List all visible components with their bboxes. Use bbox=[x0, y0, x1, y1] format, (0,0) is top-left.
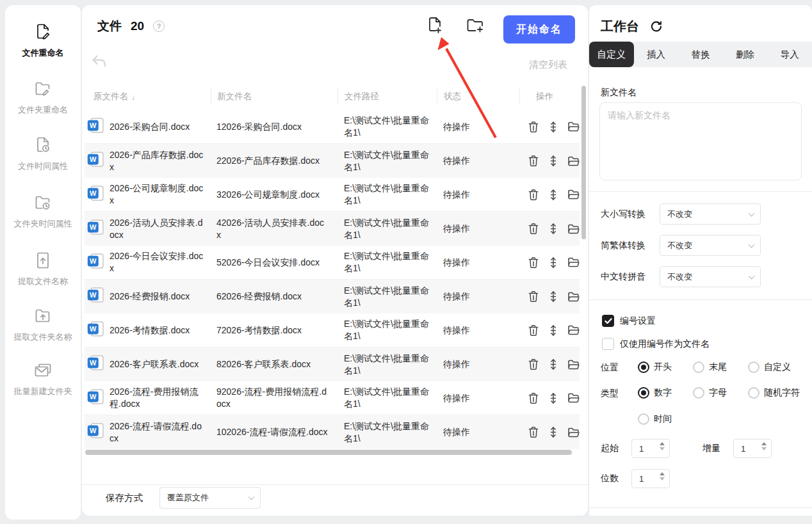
radio-selected-icon[interactable] bbox=[638, 361, 649, 373]
open-folder-icon[interactable] bbox=[567, 121, 580, 132]
open-folder-icon[interactable] bbox=[567, 155, 580, 167]
stepper-icons[interactable] bbox=[660, 442, 665, 450]
save-mode-select[interactable]: 覆盖原文件 bbox=[159, 487, 261, 509]
sidebar-item-extract-file-name[interactable]: 提取文件名称 bbox=[5, 251, 81, 287]
delete-row-icon[interactable] bbox=[528, 223, 539, 235]
sidebar-item-batch-new-folder[interactable]: 批量新建文件夹 bbox=[5, 361, 81, 397]
tab-insert[interactable]: 插入 bbox=[634, 42, 679, 67]
radio-icon[interactable] bbox=[693, 361, 704, 373]
cell-new: 92026-流程-费用报销流程.docx bbox=[211, 381, 337, 415]
open-folder-icon[interactable] bbox=[567, 189, 580, 200]
tab-replace[interactable]: 替换 bbox=[678, 42, 723, 67]
move-row-icon[interactable] bbox=[548, 358, 559, 370]
radio-icon[interactable] bbox=[638, 413, 649, 425]
increment-label: 增量 bbox=[702, 443, 720, 454]
word-file-icon: W bbox=[87, 253, 104, 272]
radio-type-time[interactable]: 时间 bbox=[638, 413, 672, 425]
sort-desc-icon[interactable]: ↓ bbox=[131, 92, 136, 102]
sidebar-item-folder-rename[interactable]: 文件夹重命名 bbox=[5, 80, 81, 116]
radio-icon[interactable] bbox=[748, 387, 759, 399]
delete-row-icon[interactable] bbox=[528, 290, 539, 303]
radio-selected-icon[interactable] bbox=[638, 387, 649, 399]
move-row-icon[interactable] bbox=[548, 324, 559, 337]
cell-new: 72026-考情数据.docx bbox=[211, 314, 337, 347]
open-folder-icon[interactable] bbox=[567, 291, 580, 303]
radio-type-number[interactable]: 数字 bbox=[638, 387, 672, 399]
clear-list-button[interactable]: 清空列表 bbox=[529, 59, 567, 71]
delete-row-icon[interactable] bbox=[528, 358, 539, 370]
open-folder-icon[interactable] bbox=[567, 427, 580, 438]
radio-icon[interactable] bbox=[748, 361, 759, 373]
radio-type-letter[interactable]: 字母 bbox=[693, 387, 727, 399]
radio-position-end[interactable]: 末尾 bbox=[693, 361, 727, 373]
delete-row-icon[interactable] bbox=[528, 189, 539, 201]
cell-path-text: E:\测试文件\批量重命名1\ bbox=[344, 182, 433, 207]
move-row-icon[interactable] bbox=[548, 257, 559, 269]
column-header-path[interactable]: 文件路径 bbox=[337, 88, 437, 105]
delete-row-icon[interactable] bbox=[528, 155, 539, 167]
radio-icon[interactable] bbox=[693, 387, 704, 399]
stepper-icons[interactable] bbox=[660, 472, 665, 480]
save-mode-row: 保存方式 覆盖原文件 bbox=[106, 487, 261, 509]
tab-import[interactable]: 导入 bbox=[767, 42, 812, 67]
stepper-icons[interactable] bbox=[761, 442, 767, 450]
sidebar-item-extract-folder-name[interactable]: 提取文件夹名称 bbox=[5, 307, 81, 343]
move-row-icon[interactable] bbox=[548, 392, 559, 404]
delete-row-icon[interactable] bbox=[528, 324, 539, 337]
open-folder-icon[interactable] bbox=[567, 257, 580, 268]
cell-original-text: 2026-考情数据.docx bbox=[110, 324, 190, 337]
delete-row-icon[interactable] bbox=[528, 257, 539, 269]
cell-path-text: E:\测试文件\批量重命名1\ bbox=[344, 318, 433, 342]
column-header-original[interactable]: 原文件名↓ bbox=[85, 88, 211, 105]
move-row-icon[interactable] bbox=[548, 155, 559, 167]
svg-text:W: W bbox=[90, 427, 97, 434]
add-file-icon[interactable] bbox=[426, 17, 444, 37]
delete-row-icon[interactable] bbox=[528, 392, 539, 404]
cell-status-text: 待操作 bbox=[443, 257, 470, 269]
case-convert-select[interactable]: 不改变 bbox=[660, 203, 761, 225]
increment-input[interactable]: 1 bbox=[733, 439, 772, 458]
open-folder-icon[interactable] bbox=[567, 223, 580, 235]
move-row-icon[interactable] bbox=[548, 189, 559, 201]
radio-position-start[interactable]: 开头 bbox=[638, 361, 672, 373]
start-number-input[interactable]: 1 bbox=[631, 439, 670, 458]
move-row-icon[interactable] bbox=[548, 223, 559, 235]
table-row: W 2026-采购合同.docx 12026-采购合同.docx E:\测试文件… bbox=[85, 110, 580, 144]
open-folder-icon[interactable] bbox=[567, 392, 580, 404]
checkbox-unchecked-icon[interactable] bbox=[602, 338, 614, 350]
open-folder-icon[interactable] bbox=[567, 359, 580, 370]
radio-type-random[interactable]: 随机字符 bbox=[748, 387, 800, 399]
pinyin-convert-select[interactable]: 不改变 bbox=[660, 266, 761, 287]
column-header-new[interactable]: 新文件名 bbox=[211, 88, 337, 105]
delete-row-icon[interactable] bbox=[528, 121, 539, 133]
column-header-status[interactable]: 状态 bbox=[437, 88, 519, 105]
move-row-icon[interactable] bbox=[548, 290, 559, 303]
move-row-icon[interactable] bbox=[548, 121, 559, 133]
numbering-enable-row[interactable]: 编号设置 bbox=[602, 315, 656, 327]
simplified-convert-select[interactable]: 不改变 bbox=[660, 235, 761, 256]
add-folder-icon[interactable] bbox=[466, 18, 485, 37]
sidebar-item-file-rename[interactable]: 文件重命名 bbox=[5, 23, 81, 59]
start-rename-button[interactable]: 开始命名 bbox=[503, 15, 575, 44]
vertical-scrollbar[interactable] bbox=[581, 86, 586, 239]
cell-status-text: 待操作 bbox=[443, 223, 470, 235]
sidebar-item-file-time[interactable]: 文件时间属性 bbox=[5, 136, 81, 172]
tab-delete[interactable]: 删除 bbox=[723, 42, 768, 67]
numbering-only-row[interactable]: 仅使用编号作为文件名 bbox=[602, 338, 710, 350]
horizontal-scrollbar[interactable] bbox=[85, 450, 572, 455]
checkbox-checked-icon[interactable] bbox=[602, 315, 614, 327]
cell-new-text: 92026-流程-费用报销流程.docx bbox=[216, 386, 329, 410]
tab-custom[interactable]: 自定义 bbox=[589, 42, 634, 67]
table-row: W 2026-产品库存数据.docx 22026-产品库存数据.docx E:\… bbox=[85, 144, 580, 178]
open-folder-icon[interactable] bbox=[567, 324, 580, 336]
help-icon[interactable]: ? bbox=[153, 20, 165, 32]
new-filename-input[interactable] bbox=[599, 102, 802, 180]
type-row-2: 时间 bbox=[589, 413, 812, 426]
sidebar-item-folder-time[interactable]: 文件夹时间属性 bbox=[5, 194, 81, 230]
digits-input[interactable]: 1 bbox=[631, 469, 670, 488]
delete-row-icon[interactable] bbox=[528, 426, 539, 438]
radio-position-custom[interactable]: 自定义 bbox=[748, 361, 791, 373]
refresh-icon[interactable] bbox=[649, 20, 663, 33]
undo-icon[interactable] bbox=[91, 54, 108, 72]
move-row-icon[interactable] bbox=[548, 426, 559, 438]
